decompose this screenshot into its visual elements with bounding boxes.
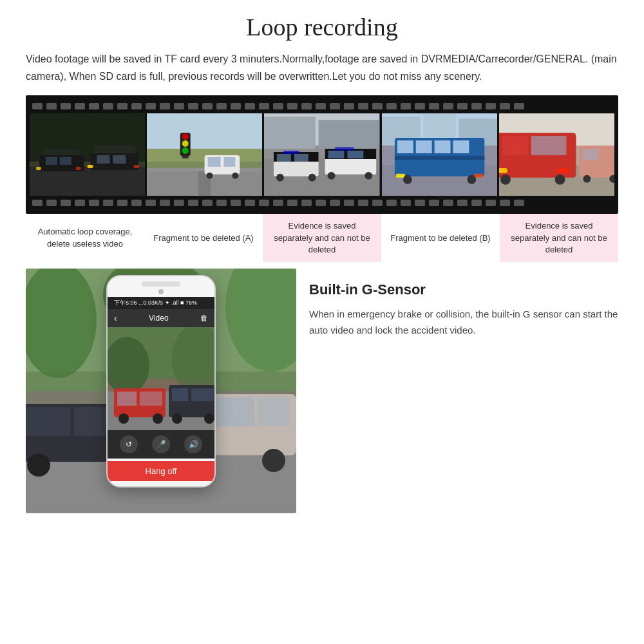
perf [131, 103, 142, 109]
svg-rect-36 [264, 117, 316, 149]
svg-point-113 [153, 413, 163, 424]
perf [415, 200, 425, 206]
perf [231, 103, 241, 109]
phone-speaker [158, 289, 164, 294]
phone-section: 下午5:06 ...0.03K/s ✦ .all ■ 76% ‹ Video 🗑 [26, 269, 296, 513]
perf [32, 103, 43, 109]
perf [174, 200, 184, 206]
svg-point-31 [232, 173, 239, 179]
phone-mockup[interactable]: 下午5:06 ...0.03K/s ✦ .all ■ 76% ‹ Video 🗑 [106, 275, 216, 488]
perf [457, 200, 468, 206]
labels-row: Automatic loop coverage, delete useless … [26, 214, 618, 262]
perf [514, 103, 524, 109]
svg-rect-47 [328, 151, 345, 158]
perf [287, 103, 298, 109]
svg-rect-110 [117, 392, 137, 406]
svg-point-68 [467, 175, 476, 184]
svg-rect-74 [502, 137, 528, 156]
perf [89, 103, 99, 109]
perf [273, 103, 283, 109]
phone-header-title: Video [149, 314, 168, 323]
svg-rect-111 [140, 392, 162, 406]
perf [146, 200, 156, 206]
phone-hangup-btn[interactable]: Hang off [108, 461, 214, 481]
description-text: Video footage will be saved in TF card e… [26, 50, 618, 85]
svg-rect-5 [46, 157, 57, 165]
svg-rect-40 [277, 154, 291, 162]
phone-back-icon[interactable]: ‹ [114, 313, 117, 323]
perf [259, 200, 269, 206]
phone-refresh-btn[interactable]: ↺ [120, 435, 138, 453]
svg-point-24 [182, 134, 189, 140]
phone-video-content [108, 327, 214, 430]
perf [429, 103, 439, 109]
perf [103, 200, 113, 206]
perf [486, 103, 496, 109]
svg-rect-41 [294, 154, 308, 162]
frame-5-scene [499, 113, 614, 196]
perf [500, 103, 510, 109]
film-strip-wrapper [26, 95, 618, 214]
phone-speaker-btn[interactable]: 🔊 [184, 435, 202, 453]
perf [216, 200, 227, 206]
svg-rect-11 [97, 155, 110, 164]
perf [358, 200, 368, 206]
page-title: Loop recording [26, 13, 618, 41]
svg-point-67 [402, 175, 412, 184]
perf [174, 103, 184, 109]
svg-rect-51 [335, 147, 354, 151]
svg-rect-116 [191, 388, 214, 401]
svg-point-95 [27, 453, 50, 477]
label-cell-1: Automatic loop coverage, delete useless … [26, 214, 144, 262]
svg-rect-61 [415, 140, 431, 153]
perf [273, 200, 283, 206]
perf [471, 200, 482, 206]
svg-rect-77 [556, 168, 568, 173]
svg-point-26 [182, 147, 189, 154]
svg-rect-12 [113, 155, 126, 164]
perf [216, 103, 227, 109]
svg-rect-7 [36, 167, 41, 170]
svg-rect-6 [60, 157, 71, 165]
frame-2-scene [147, 113, 262, 196]
film-frame-5 [499, 113, 614, 196]
label-cell-3: Evidence is saved separately and can not… [263, 214, 381, 262]
page-container: Loop recording Video footage will be sav… [0, 0, 644, 644]
label-cell-2: Fragment to be deleted (A) [144, 214, 263, 262]
perfs-bottom [30, 200, 614, 206]
perf [443, 200, 453, 206]
perf [330, 103, 340, 109]
svg-point-50 [365, 172, 373, 180]
perf [415, 103, 425, 109]
svg-rect-76 [499, 168, 507, 173]
svg-rect-63 [453, 140, 469, 153]
perf [61, 200, 71, 206]
phone-notch [142, 281, 180, 287]
svg-point-30 [207, 173, 213, 179]
phone-mic-btn[interactable]: 🎤 [152, 435, 170, 453]
svg-point-49 [328, 172, 336, 180]
perf [358, 103, 368, 109]
phone-video-area [108, 327, 214, 430]
perf [471, 103, 482, 109]
perf [401, 200, 411, 206]
perf [401, 103, 411, 109]
perf [89, 200, 99, 206]
phone-time: 下午5:06 ...0.03K/s ✦ .all ■ 76% [114, 299, 197, 307]
perf [231, 200, 241, 206]
label-cell-4: Fragment to be deleted (B) [381, 214, 500, 262]
svg-rect-28 [208, 157, 221, 167]
perf [372, 103, 383, 109]
svg-rect-64 [395, 156, 484, 160]
frame-4-scene [382, 113, 497, 196]
svg-rect-44 [283, 151, 299, 154]
perf [486, 200, 496, 206]
svg-point-118 [204, 413, 214, 424]
svg-point-42 [276, 174, 284, 182]
phone-delete-icon[interactable]: 🗑 [200, 314, 208, 323]
svg-rect-29 [224, 157, 236, 167]
perf [245, 200, 255, 206]
label-cell-5: Evidence is saved separately and can not… [500, 214, 618, 262]
perf [32, 200, 43, 206]
title-section: Loop recording [26, 13, 618, 41]
